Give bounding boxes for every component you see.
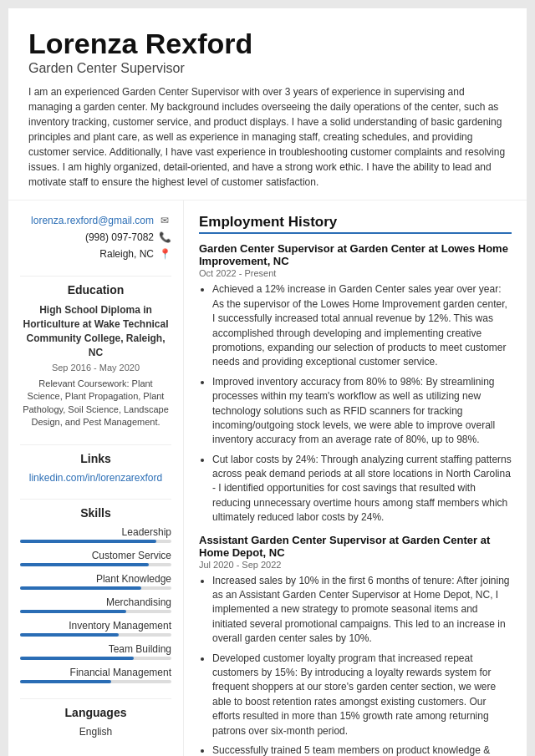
education-coursework: Relevant Coursework: Plant Science, Plan…: [20, 378, 171, 429]
skill-label: Plant Knowledge: [20, 573, 171, 585]
skill-bar-bg: [20, 586, 171, 590]
skill-label: Team Building: [20, 643, 171, 655]
skill-bar-fill: [20, 633, 119, 637]
location-item: Raleigh, NC 📍: [20, 247, 171, 261]
phone-icon: 📞: [158, 231, 171, 244]
body-row: lorenza.rexford@gmail.com ✉ (998) 097-70…: [8, 200, 527, 756]
main-content: Employment History Garden Center Supervi…: [184, 200, 527, 756]
skill-label: Inventory Management: [20, 620, 171, 632]
phone-text: (998) 097-7082: [85, 231, 154, 243]
languages-label: Languages: [20, 706, 171, 719]
employment-section-title: Employment History: [199, 214, 512, 234]
skill-bar-fill: [20, 586, 141, 590]
email-link[interactable]: lorenza.rexford@gmail.com: [31, 215, 154, 226]
education-degree: High School Diploma in Horticulture at W…: [20, 303, 171, 359]
skill-bar-bg: [20, 540, 171, 543]
skill-item: Inventory Management: [20, 620, 171, 637]
skills-label: Skills: [20, 506, 171, 520]
skill-bar-bg: [20, 657, 171, 660]
skills-section: Skills Leadership Customer Service Plant…: [20, 506, 171, 683]
skill-bar-fill: [20, 540, 156, 543]
skill-label: Leadership: [20, 526, 171, 538]
job-entry: Assistant Garden Center Supervisor at Ga…: [199, 534, 512, 756]
jobs-list: Garden Center Supervisor at Garden Cente…: [199, 242, 512, 756]
skill-bar-bg: [20, 610, 171, 613]
email-icon: ✉: [158, 214, 171, 227]
skill-bar-bg: [20, 563, 171, 566]
skill-label: Customer Service: [20, 550, 171, 561]
skill-item: Team Building: [20, 643, 171, 660]
skill-bar-bg: [20, 680, 171, 683]
education-dates: Sep 2016 - May 2020: [20, 362, 171, 374]
skill-bar-fill: [20, 563, 149, 566]
job-bullets: Increased sales by 10% in the first 6 mo…: [199, 574, 512, 756]
location-icon: 📍: [158, 247, 171, 261]
skill-bar-bg: [20, 633, 171, 637]
contact-section: lorenza.rexford@gmail.com ✉ (998) 097-70…: [20, 214, 171, 261]
skill-bar-fill: [20, 610, 126, 613]
language-item: English: [20, 726, 171, 738]
resume-container: Lorenza Rexford Garden Center Supervisor…: [8, 8, 527, 756]
links-section: Links linkedin.com/in/lorenzarexford: [20, 452, 171, 484]
education-section: Education High School Diploma in Horticu…: [20, 283, 171, 429]
skill-label: Merchandising: [20, 596, 171, 608]
sidebar: lorenza.rexford@gmail.com ✉ (998) 097-70…: [8, 200, 184, 756]
candidate-title: Garden Center Supervisor: [28, 61, 507, 76]
job-entry: Garden Center Supervisor at Garden Cente…: [199, 242, 512, 525]
skill-item: Financial Management: [20, 667, 171, 683]
job-bullet: Increased sales by 10% in the first 6 mo…: [212, 574, 512, 647]
email-item: lorenza.rexford@gmail.com ✉: [20, 214, 171, 227]
linkedin-link[interactable]: linkedin.com/in/lorenzarexford: [20, 472, 171, 484]
phone-item: (998) 097-7082 📞: [20, 231, 171, 244]
links-list: linkedin.com/in/lorenzarexford: [20, 472, 171, 484]
job-bullets: Achieved a 12% increase in Garden Center…: [199, 282, 512, 525]
job-bullet: Achieved a 12% increase in Garden Center…: [212, 282, 512, 369]
job-title: Assistant Garden Center Supervisor at Ga…: [199, 534, 512, 559]
links-label: Links: [20, 452, 171, 465]
candidate-name: Lorenza Rexford: [28, 28, 507, 59]
skill-item: Merchandising: [20, 596, 171, 613]
skills-list: Leadership Customer Service Plant Knowle…: [20, 526, 171, 683]
job-bullet: Cut labor costs by 24%: Through analyzin…: [212, 453, 512, 525]
skill-label: Financial Management: [20, 667, 171, 678]
job-dates: Jul 2020 - Sep 2022: [199, 560, 512, 570]
education-block: High School Diploma in Horticulture at W…: [20, 303, 171, 429]
job-title: Garden Center Supervisor at Garden Cente…: [199, 242, 512, 267]
skill-item: Leadership: [20, 526, 171, 543]
job-bullet: Improved inventory accuracy from 80% to …: [212, 375, 512, 448]
skill-bar-fill: [20, 680, 111, 683]
skill-bar-fill: [20, 657, 134, 660]
education-label: Education: [20, 283, 171, 297]
header-section: Lorenza Rexford Garden Center Supervisor…: [8, 8, 527, 200]
languages-section: Languages English: [20, 706, 171, 738]
candidate-summary: I am an experienced Garden Center Superv…: [28, 84, 507, 190]
job-bullet: Developed customer loyalty program that …: [212, 652, 512, 738]
job-bullet: Successfully trained 5 team members on p…: [212, 743, 512, 756]
job-dates: Oct 2022 - Present: [199, 268, 512, 278]
skill-item: Customer Service: [20, 550, 171, 566]
skill-item: Plant Knowledge: [20, 573, 171, 590]
languages-list: English: [20, 726, 171, 738]
location-text: Raleigh, NC: [99, 248, 154, 260]
